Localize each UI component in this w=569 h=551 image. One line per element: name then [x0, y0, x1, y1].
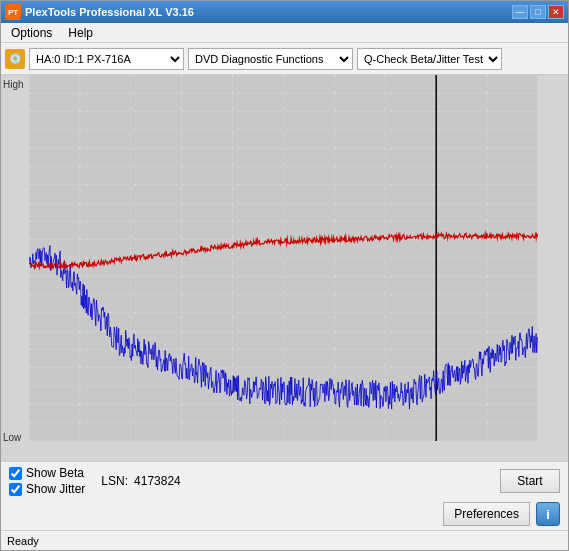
- lsn-value: 4173824: [134, 474, 181, 488]
- toolbar: 💿 HA:0 ID:1 PX-716A DVD Diagnostic Funct…: [1, 43, 568, 75]
- checkbox-group: Show Beta Show Jitter: [9, 466, 85, 496]
- bottom-row1: Show Beta Show Jitter LSN: 4173824 Start: [1, 462, 568, 500]
- chart-high-label: High: [3, 79, 24, 90]
- show-beta-label[interactable]: Show Beta: [9, 466, 85, 480]
- chart-low-label: Low: [3, 432, 21, 443]
- title-bar: PT PlexTools Professional XL V3.16 — □ ✕: [1, 1, 568, 23]
- main-window: PT PlexTools Professional XL V3.16 — □ ✕…: [0, 0, 569, 551]
- show-beta-text: Show Beta: [26, 466, 84, 480]
- start-button[interactable]: Start: [500, 469, 560, 493]
- bottom-panel: Show Beta Show Jitter LSN: 4173824 Start…: [1, 461, 568, 530]
- bottom-row2: Preferences i: [1, 500, 568, 530]
- maximize-button[interactable]: □: [530, 5, 546, 19]
- menu-bar: Options Help: [1, 23, 568, 43]
- menu-help[interactable]: Help: [62, 25, 99, 41]
- chart-canvas: [29, 75, 538, 441]
- menu-options[interactable]: Options: [5, 25, 58, 41]
- minimize-button[interactable]: —: [512, 5, 528, 19]
- show-beta-checkbox[interactable]: [9, 467, 22, 480]
- window-title: PlexTools Professional XL V3.16: [25, 6, 194, 18]
- close-button[interactable]: ✕: [548, 5, 564, 19]
- preferences-button[interactable]: Preferences: [443, 502, 530, 526]
- title-bar-left: PT PlexTools Professional XL V3.16: [5, 4, 194, 20]
- function-select[interactable]: DVD Diagnostic Functions: [188, 48, 353, 70]
- chart-area: High Low: [1, 75, 568, 461]
- drive-select[interactable]: HA:0 ID:1 PX-716A: [29, 48, 184, 70]
- title-buttons: — □ ✕: [512, 5, 564, 19]
- test-select[interactable]: Q-Check Beta/Jitter Test: [357, 48, 502, 70]
- drive-icon: 💿: [5, 49, 25, 69]
- status-text: Ready: [7, 535, 39, 547]
- info-button[interactable]: i: [536, 502, 560, 526]
- app-icon: PT: [5, 4, 21, 20]
- app-icon-text: PT: [8, 8, 18, 17]
- show-jitter-checkbox[interactable]: [9, 483, 22, 496]
- show-jitter-label[interactable]: Show Jitter: [9, 482, 85, 496]
- status-bar: Ready: [1, 530, 568, 550]
- show-jitter-text: Show Jitter: [26, 482, 85, 496]
- lsn-label: LSN:: [101, 474, 128, 488]
- lsn-group: LSN: 4173824: [101, 474, 180, 488]
